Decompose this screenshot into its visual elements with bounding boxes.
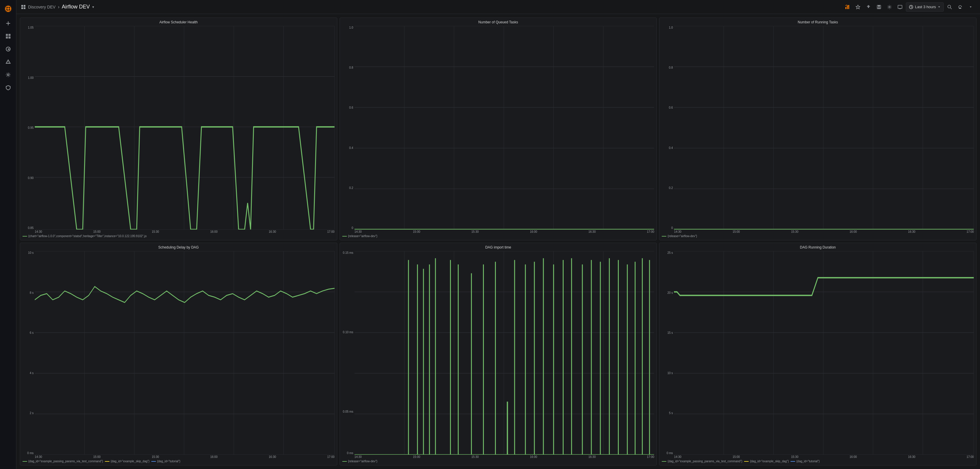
legend-label-sched-green: {dag_id="example_passing_params_via_test… [28, 459, 103, 463]
topbar-breadcrumb-area: Discovery DEV › Airflow DEV ▾ [21, 4, 94, 10]
queued-tasks-y-axis: 1.0 0.8 0.6 0.4 0.2 0 [342, 26, 355, 229]
svg-line-36 [950, 8, 952, 9]
svg-rect-19 [24, 5, 25, 7]
dag-import-panel: DAG import time 0.15 ms 0.10 ms 0.05 ms … [340, 243, 657, 466]
refresh-dropdown-btn[interactable] [966, 2, 975, 12]
svg-marker-14 [8, 48, 10, 50]
svg-rect-18 [21, 5, 23, 7]
time-range-selector[interactable]: Last 3 hours [906, 2, 944, 12]
legend-line-queued [342, 236, 347, 237]
svg-marker-34 [938, 6, 940, 8]
svg-rect-27 [878, 5, 880, 7]
legend-label-duration-blue: {dag_id="tutorial"} [796, 459, 820, 463]
explore-icon[interactable] [2, 43, 14, 55]
dag-import-x-axis: 14:30 15:00 15:30 16:00 16:30 17:00 [342, 455, 654, 458]
legend-line-import [342, 461, 347, 462]
scheduler-health-chart [35, 26, 335, 229]
main-content: Discovery DEV › Airflow DEV ▾ [16, 0, 980, 469]
svg-rect-28 [878, 7, 880, 8]
topbar: Discovery DEV › Airflow DEV ▾ [16, 0, 980, 14]
queued-tasks-legend: {release="airflow-dev"} [342, 233, 654, 238]
queued-tasks-chart-area: 1.0 0.8 0.6 0.4 0.2 0 [342, 26, 654, 229]
dag-import-title: DAG import time [342, 245, 654, 250]
dashboard-icon[interactable] [2, 30, 14, 42]
running-tasks-chart [674, 26, 974, 229]
legend-label-scheduler: {chart="airflow-1.0.0",component="statsd… [28, 234, 146, 238]
legend-label-duration-yellow: {dag_id="example_skip_dag"} [750, 459, 789, 463]
scheduler-health-x-axis: 14:30 15:00 15:30 16:00 16:30 17:00 [22, 229, 335, 233]
legend-line-sched-green [22, 461, 27, 462]
running-tasks-title: Number of Running Tasks [662, 20, 974, 24]
search-btn[interactable] [945, 2, 954, 12]
refresh-btn[interactable] [956, 2, 965, 12]
running-tasks-legend: {release="airflow-dev"} [662, 233, 974, 238]
running-tasks-panel: Number of Running Tasks 1.0 0.8 0.6 0.4 … [659, 17, 977, 240]
save-btn[interactable] [874, 2, 884, 12]
svg-rect-22 [845, 7, 846, 9]
scheduler-health-y-axis: 1.05 1.00 0.95 0.90 0.85 [22, 26, 35, 229]
legend-label-queued: {release="airflow-dev"} [348, 234, 377, 238]
add-icon[interactable] [2, 17, 14, 29]
svg-point-29 [889, 6, 890, 8]
dashboard-settings-btn[interactable] [885, 2, 894, 12]
queued-tasks-title: Number of Queued Tasks [342, 20, 654, 24]
svg-rect-11 [6, 37, 8, 38]
dag-running-duration-panel: DAG Running Duration 25 s 20 s 15 s 10 s… [659, 243, 977, 466]
svg-rect-30 [898, 5, 902, 8]
dag-import-legend: {release="airflow-dev"} [342, 458, 654, 463]
dag-running-duration-chart-area: 25 s 20 s 15 s 10 s 5 s 0 ms [662, 251, 974, 455]
scheduling-delay-legend: {dag_id="example_passing_params_via_test… [22, 458, 335, 463]
dag-running-duration-legend: {dag_id="example_passing_params_via_test… [662, 458, 974, 463]
legend-label-sched-yellow: {dag_id="example_skip_dag"} [111, 459, 150, 463]
dag-import-y-axis: 0.15 ms 0.10 ms 0.05 ms 0 ms [342, 251, 355, 455]
shield-icon[interactable] [2, 82, 14, 94]
svg-rect-21 [24, 7, 25, 9]
legend-line-duration-blue [791, 461, 795, 462]
dag-running-duration-chart [674, 251, 974, 455]
grid-icon [21, 5, 26, 10]
legend-line-running [662, 236, 667, 237]
topbar-actions: Last 3 hours [843, 2, 975, 12]
legend-label-duration-green: {dag_id="example_passing_params_via_test… [668, 459, 742, 463]
scheduler-health-panel: Airflow Scheduler Health 1.05 1.00 0.95 … [20, 17, 337, 240]
star-btn[interactable] [853, 2, 862, 12]
breadcrumb-discovery[interactable]: Discovery DEV [28, 5, 56, 10]
legend-line-sched-yellow [105, 461, 110, 462]
svg-rect-10 [8, 34, 11, 36]
dag-import-chart [355, 251, 654, 455]
settings-icon[interactable] [2, 69, 14, 81]
svg-rect-20 [21, 7, 23, 9]
svg-rect-12 [8, 37, 11, 38]
scheduler-health-chart-area: 1.05 1.00 0.95 0.90 0.85 [22, 26, 335, 229]
svg-point-2 [7, 8, 9, 10]
queued-tasks-panel: Number of Queued Tasks 1.0 0.8 0.6 0.4 0… [340, 17, 657, 240]
dag-running-duration-y-axis: 25 s 20 s 15 s 10 s 5 s 0 ms [662, 251, 674, 455]
svg-point-35 [948, 5, 951, 8]
svg-marker-38 [970, 6, 972, 8]
share-btn[interactable] [864, 2, 873, 12]
alert-icon[interactable] [2, 56, 14, 68]
queued-tasks-x-axis: 14:30 15:00 15:30 16:00 16:30 17:00 [342, 229, 654, 233]
scheduling-delay-chart [35, 251, 335, 455]
legend-line-duration-yellow [744, 461, 749, 462]
time-range-label: Last 3 hours [915, 5, 936, 9]
svg-rect-8 [6, 23, 10, 24]
scheduling-delay-y-axis: 10 s 8 s 6 s 4 s 2 s 0 ms [22, 251, 35, 455]
dag-import-chart-area: 0.15 ms 0.10 ms 0.05 ms 0 ms [342, 251, 654, 455]
scheduling-delay-chart-area: 10 s 8 s 6 s 4 s 2 s 0 ms [22, 251, 335, 455]
dag-running-duration-title: DAG Running Duration [662, 245, 974, 250]
dag-running-duration-x-axis: 14:30 15:00 15:30 16:00 16:30 17:00 [662, 455, 974, 458]
legend-label-sched-blue: {dag_id="tutorial"} [157, 459, 180, 463]
svg-marker-37 [959, 8, 961, 8]
scheduler-health-title: Airflow Scheduler Health [22, 20, 335, 24]
legend-line-duration-green [662, 461, 667, 462]
grafana-logo[interactable] [2, 3, 14, 14]
title-dropdown-arrow[interactable]: ▾ [92, 5, 94, 9]
tv-mode-btn[interactable] [895, 2, 905, 12]
legend-line-scheduler [22, 236, 27, 237]
chart-view-btn[interactable] [843, 2, 852, 12]
sidebar [0, 0, 16, 469]
svg-rect-9 [6, 34, 8, 36]
running-tasks-y-axis: 1.0 0.8 0.6 0.4 0.2 0 [662, 26, 674, 229]
dashboard-grid: Airflow Scheduler Health 1.05 1.00 0.95 … [16, 14, 980, 469]
